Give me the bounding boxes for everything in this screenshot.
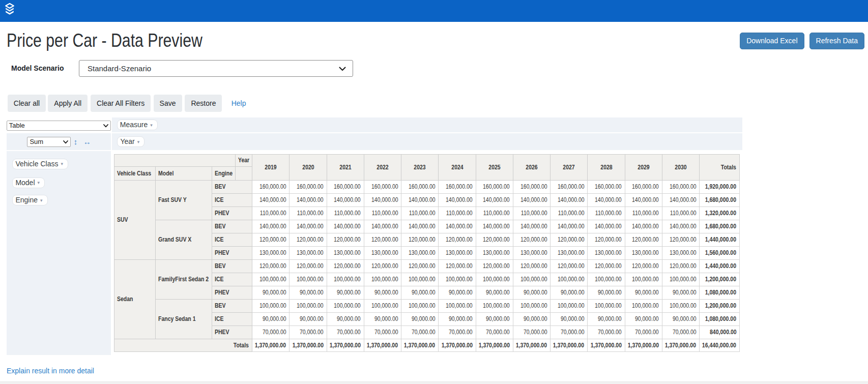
save-button[interactable]: Save [154,95,182,112]
pivot-value-cell-text: 100,000.00 [259,276,286,283]
pivot-value-cell-text: 90,000.00 [523,289,547,296]
aggregator-select[interactable]: Sum [27,137,71,147]
pivot-value-cell: 160,000.00 [662,180,699,193]
clear-all-button[interactable]: Clear all [8,95,46,112]
pivot-value-cell-text: 140,000.00 [558,223,585,230]
aggregator-selected-value: Sum [30,138,43,145]
pivot-value-cell-text: 70,000.00 [598,329,622,336]
pivot-row-label-engine: ICE [212,193,252,206]
pivot-value-cell: 70,000.00 [439,326,476,339]
pivot-value-cell: 120,000.00 [290,233,327,246]
pivot-value-cell: 90,000.00 [476,312,513,326]
pivot-value-cell: 100,000.00 [439,273,476,286]
pivot-value-cell-text: 160,000.00 [632,183,659,190]
pivot-value-cell-text: 100,000.00 [446,276,473,283]
attr-chip-vehicle-class[interactable]: Vehicle Class▾ [12,159,68,169]
pivot-value-cell-text: 110,000.00 [409,210,436,217]
pivot-value-cell-text: 140,000.00 [632,223,659,230]
pivot-value-cell-text: 70,000.00 [449,329,473,336]
pivot-col-axis-label: Year [235,154,252,167]
dropdown-triangle-icon[interactable]: ▾ [137,137,140,147]
pivot-value-cell: 140,000.00 [252,220,290,233]
pivot-value-cell: 160,000.00 [551,180,588,193]
pivot-col-total-cell: 1,370,000.00 [476,339,513,351]
pivot-value-cell-text: 110,000.00 [595,210,622,217]
pivot-value-cell: 120,000.00 [551,233,588,246]
pivot-value-cell-text: 120,000.00 [297,262,324,270]
pivot-value-cell: 70,000.00 [327,326,364,339]
pivot-row-label-engine-text: BEV [215,302,226,309]
pivot-value-cell: 140,000.00 [364,193,401,206]
pivot-value-cell-text: 90,000.00 [412,315,436,322]
dropdown-triangle-icon[interactable]: ▾ [150,121,153,130]
pivot-value-cell-text: 110,000.00 [483,210,510,217]
pivot-value-cell: 120,000.00 [439,233,476,246]
pivot-value-cell-text: 130,000.00 [334,249,361,256]
pivot-value-cell: 90,000.00 [551,312,588,326]
dropdown-triangle-icon[interactable]: ▾ [40,196,43,205]
pivot-value-cell: 140,000.00 [625,220,662,233]
pivot-row-total-cell-text: 1,920,000.00 [705,183,736,190]
pivot-value-cell-text: 100,000.00 [483,276,510,283]
pivot-value-cell: 120,000.00 [364,233,401,246]
clear-all-filters-button[interactable]: Clear All Filters [91,95,151,112]
restore-button[interactable]: Restore [185,95,222,112]
pivot-value-cell-text: 120,000.00 [483,262,510,270]
pivot-value-cell: 130,000.00 [588,246,625,259]
pivot-value-cell-text: 120,000.00 [446,262,473,270]
row-order-button[interactable]: ↕ [74,137,78,146]
model-scenario-select[interactable]: Standard-Szenario [79,60,353,77]
pivot-value-cell: 130,000.00 [290,246,327,259]
pivot-col-total-cell-text: 1,370,000.00 [292,342,323,349]
attr-chip-model[interactable]: Model▾ [12,178,45,188]
dropdown-triangle-icon[interactable]: ▾ [61,159,63,169]
pivot-value-cell: 100,000.00 [551,273,588,286]
pivot-value-cell-text: 90,000.00 [672,315,696,322]
pivot-col-totals-label-text: Totals [234,342,249,349]
pivot-value-cell: 110,000.00 [513,206,550,220]
pivot-value-cell: 90,000.00 [439,312,476,326]
pivot-value-cell-text: 100,000.00 [297,302,324,309]
pivot-value-cell-text: 70,000.00 [300,329,324,336]
dropdown-triangle-icon[interactable]: ▾ [38,178,40,188]
pivot-value-cell: 120,000.00 [476,259,513,273]
attr-chip-measure[interactable]: Measure▾ [117,120,158,130]
pivot-col-label-2020: 2020 [290,154,327,180]
renderer-select[interactable]: Table [7,121,111,131]
pivot-value-cell: 130,000.00 [401,246,439,259]
attr-chip-engine[interactable]: Engine▾ [12,195,47,205]
pivot-value-cell-text: 100,000.00 [670,302,697,309]
pivot-value-cell-text: 110,000.00 [260,210,286,217]
pivot-value-cell-text: 100,000.00 [558,302,585,309]
download-excel-button[interactable]: Download Excel [740,33,804,49]
pivot-value-cell: 90,000.00 [625,286,662,299]
pivot-value-cell-text: 90,000.00 [300,289,324,296]
attr-chip-year[interactable]: Year▾ [117,136,144,147]
explain-result-link[interactable]: Explain result in more detail [7,367,94,375]
apply-all-button[interactable]: Apply All [48,95,88,112]
pivot-col-total-cell: 1,370,000.00 [551,339,588,351]
pivot-value-cell-text: 120,000.00 [520,262,547,270]
pivot-value-cell: 90,000.00 [513,312,550,326]
pivot-row-axis-label-0-text: Vehicle Class [117,170,151,177]
pivot-row-label-engine: BEV [212,299,252,312]
page-title: Price per Car - Data Preview [7,30,202,51]
col-order-button[interactable]: ↔ [83,137,91,146]
pivot-value-cell-text: 140,000.00 [558,196,585,203]
attr-chip-label: Vehicle Class [15,160,58,168]
help-link[interactable]: Help [232,95,246,112]
refresh-data-button[interactable]: Refresh Data [809,33,864,49]
pivot-col-label-2026: 2026 [513,154,550,180]
pivot-value-cell-text: 90,000.00 [449,289,473,296]
pivot-row-axis-label-1: Model [155,167,212,181]
pivot-col-total-cell: 1,370,000.00 [252,339,290,351]
pivot-value-cell: 120,000.00 [327,259,364,273]
pivot-col-total-cell: 1,370,000.00 [625,339,662,351]
pivot-value-cell: 90,000.00 [290,286,327,299]
pivot-value-cell-text: 90,000.00 [374,315,398,322]
pivot-value-cell: 120,000.00 [252,233,290,246]
pivot-value-cell: 110,000.00 [252,206,290,220]
pivot-value-cell: 90,000.00 [252,286,290,299]
pivot-value-cell-text: 120,000.00 [632,236,659,243]
pivot-row-label-engine-text: PHEV [215,329,229,336]
